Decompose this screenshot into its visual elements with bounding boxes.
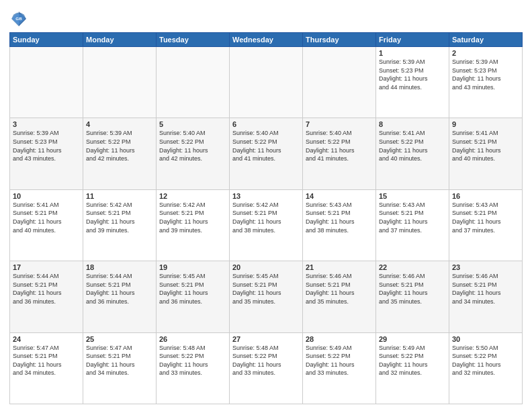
day-number: 18	[86, 263, 153, 271]
day-info: Sunrise: 5:42 AM Sunset: 5:21 PM Dayligh…	[159, 201, 226, 234]
day-number: 10	[13, 192, 80, 200]
day-info: Sunrise: 5:43 AM Sunset: 5:21 PM Dayligh…	[306, 201, 373, 234]
calendar-cell: 21Sunrise: 5:46 AM Sunset: 5:21 PM Dayli…	[303, 261, 376, 332]
day-info: Sunrise: 5:43 AM Sunset: 5:21 PM Dayligh…	[452, 201, 519, 234]
day-info: Sunrise: 5:45 AM Sunset: 5:21 PM Dayligh…	[159, 272, 226, 306]
week-row-4: 17Sunrise: 5:44 AM Sunset: 5:21 PM Dayli…	[10, 261, 523, 332]
day-info: Sunrise: 5:41 AM Sunset: 5:21 PM Dayligh…	[13, 201, 80, 234]
day-number: 6	[232, 120, 300, 128]
day-number: 5	[159, 120, 226, 128]
calendar-cell: 1Sunrise: 5:39 AM Sunset: 5:23 PM Daylig…	[376, 47, 449, 118]
calendar-cell: 29Sunrise: 5:49 AM Sunset: 5:22 PM Dayli…	[376, 332, 449, 404]
day-info: Sunrise: 5:41 AM Sunset: 5:21 PM Dayligh…	[452, 129, 519, 163]
day-info: Sunrise: 5:42 AM Sunset: 5:21 PM Dayligh…	[86, 201, 153, 234]
day-number: 22	[379, 263, 446, 271]
day-info: Sunrise: 5:49 AM Sunset: 5:22 PM Dayligh…	[306, 344, 373, 377]
day-info: Sunrise: 5:47 AM Sunset: 5:21 PM Dayligh…	[86, 344, 153, 377]
calendar-cell: 18Sunrise: 5:44 AM Sunset: 5:21 PM Dayli…	[83, 261, 157, 332]
day-info: Sunrise: 5:39 AM Sunset: 5:23 PM Dayligh…	[13, 129, 80, 163]
day-number: 13	[232, 192, 300, 200]
day-number: 14	[306, 192, 373, 200]
calendar-cell: 16Sunrise: 5:43 AM Sunset: 5:21 PM Dayli…	[449, 189, 523, 261]
calendar-cell: 13Sunrise: 5:42 AM Sunset: 5:21 PM Dayli…	[230, 189, 303, 261]
day-info: Sunrise: 5:39 AM Sunset: 5:23 PM Dayligh…	[379, 58, 446, 91]
day-number: 4	[86, 120, 153, 128]
day-number: 25	[86, 335, 153, 343]
day-number: 3	[13, 120, 80, 128]
day-info: Sunrise: 5:49 AM Sunset: 5:22 PM Dayligh…	[379, 344, 446, 377]
weekday-header-tuesday: Tuesday	[157, 33, 230, 47]
week-row-3: 10Sunrise: 5:41 AM Sunset: 5:21 PM Dayli…	[10, 189, 523, 261]
day-number: 12	[159, 192, 226, 200]
day-info: Sunrise: 5:44 AM Sunset: 5:21 PM Dayligh…	[86, 272, 153, 306]
calendar-cell: 11Sunrise: 5:42 AM Sunset: 5:21 PM Dayli…	[83, 189, 157, 261]
weekday-header-thursday: Thursday	[303, 33, 376, 47]
day-number: 27	[232, 335, 300, 343]
calendar-cell	[10, 47, 83, 118]
weekday-header-row: SundayMondayTuesdayWednesdayThursdayFrid…	[10, 33, 523, 47]
calendar-cell: 30Sunrise: 5:50 AM Sunset: 5:22 PM Dayli…	[449, 332, 523, 404]
day-number: 24	[13, 335, 80, 343]
calendar-cell: 7Sunrise: 5:40 AM Sunset: 5:22 PM Daylig…	[303, 118, 376, 189]
calendar-cell	[230, 47, 303, 118]
week-row-1: 1Sunrise: 5:39 AM Sunset: 5:23 PM Daylig…	[10, 47, 523, 118]
calendar-cell: 5Sunrise: 5:40 AM Sunset: 5:22 PM Daylig…	[157, 118, 230, 189]
calendar-cell: 22Sunrise: 5:46 AM Sunset: 5:21 PM Dayli…	[376, 261, 449, 332]
weekday-header-monday: Monday	[83, 33, 157, 47]
day-number: 11	[86, 192, 153, 200]
day-info: Sunrise: 5:46 AM Sunset: 5:21 PM Dayligh…	[306, 272, 373, 306]
calendar-cell: 8Sunrise: 5:41 AM Sunset: 5:22 PM Daylig…	[376, 118, 449, 189]
week-row-2: 3Sunrise: 5:39 AM Sunset: 5:23 PM Daylig…	[10, 118, 523, 189]
calendar-table: SundayMondayTuesdayWednesdayThursdayFrid…	[9, 32, 523, 404]
calendar-cell: 26Sunrise: 5:48 AM Sunset: 5:22 PM Dayli…	[157, 332, 230, 404]
calendar-cell: 19Sunrise: 5:45 AM Sunset: 5:21 PM Dayli…	[157, 261, 230, 332]
day-info: Sunrise: 5:43 AM Sunset: 5:21 PM Dayligh…	[379, 201, 446, 234]
day-number: 29	[379, 335, 446, 343]
day-info: Sunrise: 5:42 AM Sunset: 5:21 PM Dayligh…	[232, 201, 300, 234]
week-row-5: 24Sunrise: 5:47 AM Sunset: 5:21 PM Dayli…	[10, 332, 523, 404]
day-number: 7	[306, 120, 373, 128]
day-info: Sunrise: 5:45 AM Sunset: 5:21 PM Dayligh…	[232, 272, 300, 306]
day-number: 16	[452, 192, 519, 200]
weekday-header-sunday: Sunday	[10, 33, 83, 47]
day-info: Sunrise: 5:50 AM Sunset: 5:22 PM Dayligh…	[452, 344, 519, 377]
day-info: Sunrise: 5:48 AM Sunset: 5:22 PM Dayligh…	[232, 344, 300, 377]
day-info: Sunrise: 5:47 AM Sunset: 5:21 PM Dayligh…	[13, 344, 80, 377]
day-number: 28	[306, 335, 373, 343]
day-number: 9	[452, 120, 519, 128]
day-number: 26	[159, 335, 226, 343]
day-number: 19	[159, 263, 226, 271]
weekday-header-saturday: Saturday	[449, 33, 523, 47]
calendar-cell: 25Sunrise: 5:47 AM Sunset: 5:21 PM Dayli…	[83, 332, 157, 404]
day-number: 2	[452, 49, 519, 57]
weekday-header-wednesday: Wednesday	[230, 33, 303, 47]
day-number: 17	[13, 263, 80, 271]
calendar-cell	[83, 47, 157, 118]
header: GB	[9, 7, 523, 28]
calendar-cell: 24Sunrise: 5:47 AM Sunset: 5:21 PM Dayli…	[10, 332, 83, 404]
day-number: 30	[452, 335, 519, 343]
calendar-cell: 12Sunrise: 5:42 AM Sunset: 5:21 PM Dayli…	[157, 189, 230, 261]
page: GB SundayMondayTuesdayWednesdayThursdayF…	[0, 0, 532, 411]
day-info: Sunrise: 5:40 AM Sunset: 5:22 PM Dayligh…	[306, 129, 373, 163]
day-number: 20	[232, 263, 300, 271]
calendar-cell: 3Sunrise: 5:39 AM Sunset: 5:23 PM Daylig…	[10, 118, 83, 189]
calendar-cell: 4Sunrise: 5:39 AM Sunset: 5:22 PM Daylig…	[83, 118, 157, 189]
calendar-cell: 17Sunrise: 5:44 AM Sunset: 5:21 PM Dayli…	[10, 261, 83, 332]
calendar-cell: 28Sunrise: 5:49 AM Sunset: 5:22 PM Dayli…	[303, 332, 376, 404]
day-number: 23	[452, 263, 519, 271]
day-info: Sunrise: 5:46 AM Sunset: 5:21 PM Dayligh…	[379, 272, 446, 306]
logo: GB	[9, 9, 31, 28]
day-info: Sunrise: 5:39 AM Sunset: 5:23 PM Dayligh…	[452, 58, 519, 91]
logo-icon: GB	[9, 9, 28, 28]
calendar-cell: 15Sunrise: 5:43 AM Sunset: 5:21 PM Dayli…	[376, 189, 449, 261]
day-info: Sunrise: 5:48 AM Sunset: 5:22 PM Dayligh…	[159, 344, 226, 377]
day-info: Sunrise: 5:40 AM Sunset: 5:22 PM Dayligh…	[232, 129, 300, 163]
day-info: Sunrise: 5:39 AM Sunset: 5:22 PM Dayligh…	[86, 129, 153, 163]
calendar-cell: 10Sunrise: 5:41 AM Sunset: 5:21 PM Dayli…	[10, 189, 83, 261]
calendar-cell	[303, 47, 376, 118]
calendar-cell: 2Sunrise: 5:39 AM Sunset: 5:23 PM Daylig…	[449, 47, 523, 118]
day-info: Sunrise: 5:46 AM Sunset: 5:21 PM Dayligh…	[452, 272, 519, 306]
day-info: Sunrise: 5:40 AM Sunset: 5:22 PM Dayligh…	[159, 129, 226, 163]
calendar-cell	[157, 47, 230, 118]
